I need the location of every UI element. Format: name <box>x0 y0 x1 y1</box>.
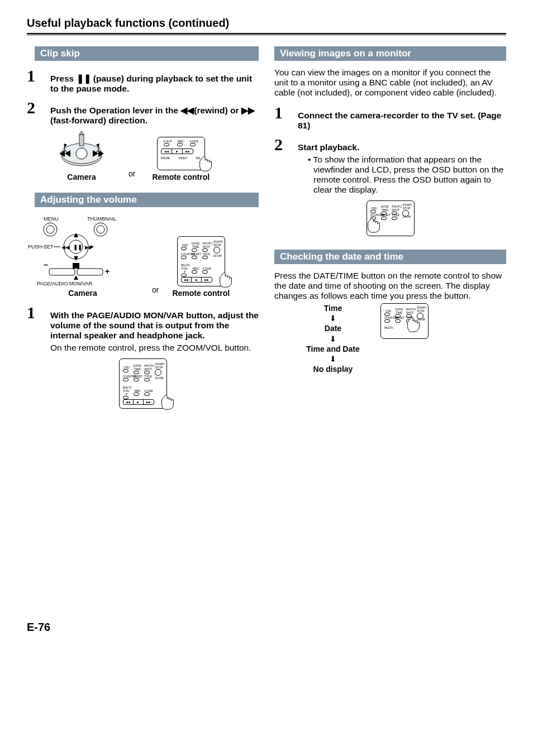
section-clip-skip: Clip skip <box>35 46 259 61</box>
ff-icon: ▶▶ <box>241 106 255 115</box>
remote-figure-viewing: OSD DATE/ TIME PHOTO SHOT START/ STOP CO… <box>367 200 415 236</box>
datetime-sequence-row: Time ⬇ Date ⬇ Time and Date ⬇ No display… <box>297 303 506 374</box>
viewing-step-2: 2 Start playback. • To show the informat… <box>274 136 506 195</box>
svg-marker-4 <box>79 131 84 135</box>
svg-rect-3 <box>79 135 84 146</box>
page-number: E-76 <box>27 621 506 634</box>
section-datetime: Checking the date and time <box>274 250 506 264</box>
svg-rect-28 <box>49 269 75 275</box>
svg-point-14 <box>94 223 107 236</box>
svg-point-11 <box>44 223 57 236</box>
viewing-intro: You can view the images on a monitor if … <box>274 68 506 98</box>
camera-panel-figure: MENU THUMBNAIL PUSH-SET ❚❚ ◀◀ <box>27 214 139 286</box>
svg-text:PAGE/AUDIO MON/VAR: PAGE/AUDIO MON/VAR <box>37 281 93 286</box>
clip-step-2: 2 Push the Operation lever in the ◀◀(rew… <box>27 99 259 126</box>
svg-text:THUMBNAIL: THUMBNAIL <box>87 216 116 222</box>
hand-icon <box>364 213 385 235</box>
svg-text:PUSH-SET: PUSH-SET <box>28 244 54 250</box>
hand-icon <box>403 313 425 334</box>
svg-marker-31 <box>74 275 78 280</box>
remote-figure-datetime: OSD DATE/ TIME PHOTO SHOT START/ STOP CO… <box>380 303 429 339</box>
remote-figure-volume: OSD DATE/ TIME PHOTO SHOT START/ STOP CO… <box>177 236 225 286</box>
rewind-icon: ◀◀ <box>180 106 194 115</box>
hand-icon <box>216 268 237 289</box>
svg-rect-29 <box>77 269 103 275</box>
down-arrow-icon: ⬇ <box>297 354 369 364</box>
clip-step-1: 1 Press ❚❚ (pause) during playback to se… <box>27 68 259 94</box>
pause-icon: ❚❚ <box>77 74 91 83</box>
remote-figure-volume-2: OSD DATE/ TIME PHOTO SHOT START/ STOP CO… <box>119 358 167 409</box>
clip-skip-figures: Camera or P-IN-P •REC A.DUB ◀◀▶▶▶ PAUSE … <box>51 131 259 181</box>
svg-text:◀◀: ◀◀ <box>61 245 69 250</box>
page-title: Useful playback functions (continued) <box>27 17 506 30</box>
down-arrow-icon: ⬇ <box>297 334 369 344</box>
svg-text:–: – <box>44 260 48 269</box>
title-rule <box>27 33 506 35</box>
svg-rect-26 <box>73 263 79 269</box>
svg-text:❚❚: ❚❚ <box>73 244 82 251</box>
remote-figure-clip: P-IN-P •REC A.DUB ◀◀▶▶▶ PAUSE INDEX SEL <box>157 137 205 170</box>
svg-text:+: + <box>105 267 110 276</box>
hand-icon <box>196 152 217 173</box>
svg-marker-21 <box>74 233 78 237</box>
section-volume: Adjusting the volume <box>35 193 259 207</box>
viewing-step-1: 1 Connect the camera-recorder to the TV … <box>274 104 506 131</box>
svg-point-2 <box>76 148 87 159</box>
menu-label: MENU <box>44 216 59 222</box>
datetime-intro: Press the DATE/TIME button on the remote… <box>274 271 506 301</box>
volume-step-1: 1 With the PAGE/AUDIO MON/VAR button, ad… <box>27 304 259 353</box>
hand-icon <box>158 390 179 412</box>
down-arrow-icon: ⬇ <box>297 313 369 323</box>
camera-lever-figure <box>51 131 112 170</box>
section-viewing: Viewing images on a monitor <box>274 46 506 61</box>
svg-marker-22 <box>74 256 78 261</box>
